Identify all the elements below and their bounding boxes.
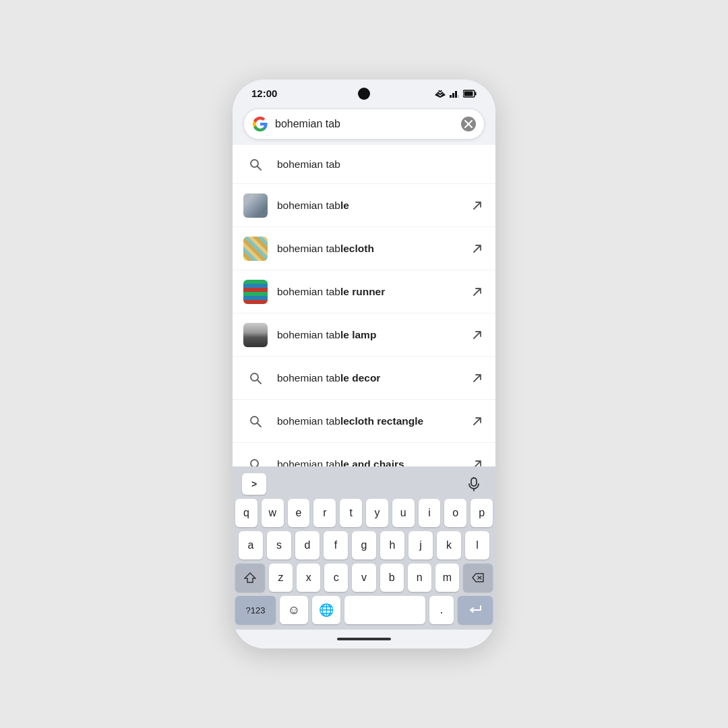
key-g[interactable]: g	[352, 531, 376, 559]
arrow-icon[interactable]	[470, 328, 485, 342]
key-b[interactable]: b	[380, 564, 404, 592]
mic-icon	[466, 477, 481, 491]
key-u[interactable]: u	[392, 499, 415, 527]
google-logo	[252, 116, 268, 132]
keyboard-row-1: q w e r t y u i o p	[235, 499, 493, 527]
keyboard-bottom-row: ?123 ☺ 🌐 .	[235, 596, 493, 624]
key-o[interactable]: o	[444, 499, 466, 527]
keyboard-toolbar: >	[235, 471, 493, 499]
key-y[interactable]: y	[366, 499, 388, 527]
key-m[interactable]: m	[435, 564, 459, 592]
key-l[interactable]: l	[465, 531, 489, 559]
key-f[interactable]: f	[324, 531, 348, 559]
arrow-icon[interactable]	[470, 241, 485, 256]
key-d[interactable]: d	[295, 531, 320, 559]
key-period[interactable]: .	[429, 596, 454, 624]
status-time: 12:00	[251, 88, 277, 99]
keyboard-mic-button[interactable]	[462, 473, 486, 495]
key-x[interactable]: x	[297, 564, 320, 592]
key-v[interactable]: v	[352, 564, 375, 592]
key-shift[interactable]	[235, 564, 265, 592]
keyboard-expand-button[interactable]: >	[242, 473, 266, 495]
search-bar-container	[233, 102, 495, 145]
suggestion-item[interactable]: bohemian table	[233, 184, 495, 227]
suggestions-list: bohemian tab bohemian table bohemian tab…	[233, 145, 495, 466]
suggestion-thumbnail	[243, 237, 268, 261]
key-e[interactable]: e	[288, 499, 310, 527]
arrow-icon[interactable]	[470, 284, 485, 299]
key-enter[interactable]	[458, 596, 493, 624]
suggestion-text: bohemian table and chairs	[277, 458, 470, 467]
shift-icon	[244, 572, 256, 584]
suggestion-text: bohemian tab	[277, 158, 485, 171]
key-r[interactable]: r	[313, 499, 336, 527]
svg-line-15	[257, 380, 261, 384]
suggestion-item[interactable]: bohemian table lamp	[233, 313, 495, 357]
key-space[interactable]	[344, 596, 425, 624]
key-c[interactable]: c	[324, 564, 348, 592]
signal-icon	[450, 90, 459, 98]
suggestion-item[interactable]: bohemian tablecloth	[233, 227, 495, 270]
suggestion-thumbnail	[243, 193, 268, 218]
svg-rect-3	[450, 95, 452, 98]
status-bar: 12:00	[233, 80, 495, 102]
key-p[interactable]: p	[471, 499, 493, 527]
suggestion-item[interactable]: bohemian table and chairs	[233, 443, 495, 466]
suggestion-text: bohemian table lamp	[277, 329, 470, 341]
key-emoji[interactable]: ☺	[280, 596, 308, 624]
suggestion-item[interactable]: bohemian table runner	[233, 270, 495, 313]
svg-rect-9	[464, 91, 473, 96]
battery-icon	[463, 90, 477, 98]
key-z[interactable]: z	[269, 564, 293, 592]
search-icon	[243, 152, 268, 177]
key-globe[interactable]: 🌐	[312, 596, 340, 624]
suggestion-text: bohemian table	[277, 200, 470, 212]
arrow-icon[interactable]	[470, 198, 485, 213]
home-indicator	[337, 638, 391, 640]
suggestion-text: bohemian table decor	[277, 372, 470, 384]
arrow-icon[interactable]	[470, 414, 485, 429]
phone-frame: 12:00	[233, 80, 495, 648]
home-bar	[233, 630, 495, 648]
key-h[interactable]: h	[380, 531, 404, 559]
arrow-icon[interactable]	[470, 371, 485, 386]
search-icon	[243, 366, 268, 390]
svg-rect-5	[455, 91, 457, 98]
arrow-icon[interactable]	[470, 457, 485, 467]
key-q[interactable]: q	[235, 499, 257, 527]
enter-icon	[468, 605, 482, 615]
suggestion-item[interactable]: bohemian tablecloth rectangle	[233, 400, 495, 443]
key-s[interactable]: s	[267, 531, 291, 559]
key-a[interactable]: a	[239, 531, 263, 559]
suggestion-thumbnail	[243, 323, 268, 347]
svg-rect-22	[471, 478, 477, 486]
front-camera	[358, 88, 370, 100]
key-w[interactable]: w	[262, 499, 284, 527]
svg-rect-4	[452, 93, 454, 98]
key-n[interactable]: n	[408, 564, 431, 592]
keyboard-row-2: a s d f g h j k l	[235, 531, 493, 559]
search-bar[interactable]	[243, 109, 485, 140]
keyboard: > q w e r t y u i o p a s d	[233, 466, 495, 630]
svg-line-17	[257, 423, 261, 427]
svg-line-19	[257, 466, 261, 467]
clear-button[interactable]	[461, 117, 476, 131]
suggestion-thumbnail	[243, 280, 268, 304]
svg-line-13	[257, 166, 261, 170]
key-k[interactable]: k	[437, 531, 461, 559]
backspace-icon	[472, 573, 484, 582]
suggestion-text: bohemian table runner	[277, 286, 470, 298]
search-input[interactable]	[275, 118, 461, 130]
suggestion-item[interactable]: bohemian tab	[233, 145, 495, 184]
suggestion-item[interactable]: bohemian table decor	[233, 357, 495, 400]
suggestion-text: bohemian tablecloth	[277, 243, 470, 255]
svg-marker-2	[438, 90, 442, 92]
status-icons	[435, 90, 477, 98]
key-t[interactable]: t	[340, 499, 362, 527]
suggestion-text: bohemian tablecloth rectangle	[277, 415, 470, 427]
key-i[interactable]: i	[419, 499, 441, 527]
keyboard-row-3: z x c v b n m	[235, 564, 493, 592]
key-123[interactable]: ?123	[235, 596, 276, 624]
key-j[interactable]: j	[408, 531, 433, 559]
key-backspace[interactable]	[463, 564, 493, 592]
